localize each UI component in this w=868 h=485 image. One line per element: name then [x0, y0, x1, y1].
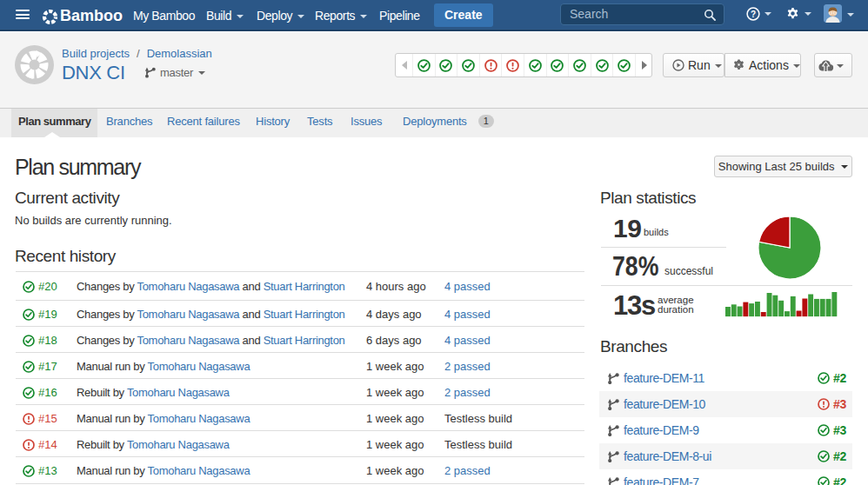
svg-text:?: ?: [751, 10, 756, 19]
